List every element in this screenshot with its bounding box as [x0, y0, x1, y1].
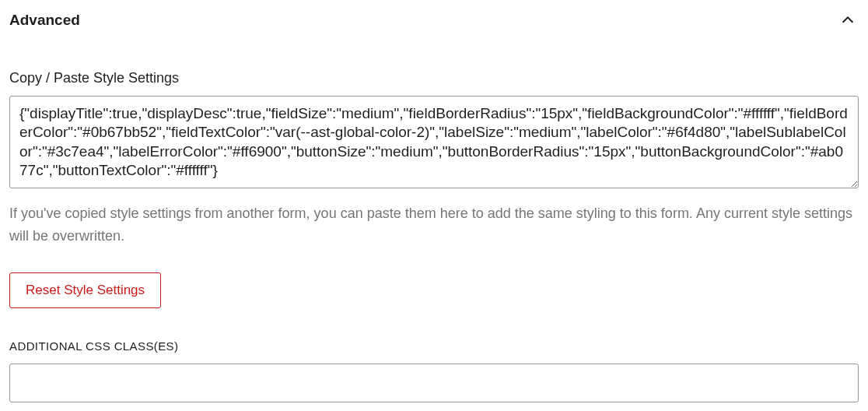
panel-title: Advanced [9, 12, 80, 29]
copy-paste-textarea[interactable] [9, 96, 859, 188]
advanced-panel-header[interactable]: Advanced [9, 9, 859, 45]
css-classes-input[interactable] [9, 364, 859, 402]
copy-paste-help: If you've copied style settings from ano… [9, 202, 859, 248]
reset-style-button[interactable]: Reset Style Settings [9, 272, 161, 308]
css-classes-label: Additional CSS Class(es) [9, 339, 859, 353]
copy-paste-section: Copy / Paste Style Settings If you've co… [9, 70, 859, 248]
copy-paste-label: Copy / Paste Style Settings [9, 70, 859, 86]
chevron-up-icon[interactable] [837, 9, 859, 31]
